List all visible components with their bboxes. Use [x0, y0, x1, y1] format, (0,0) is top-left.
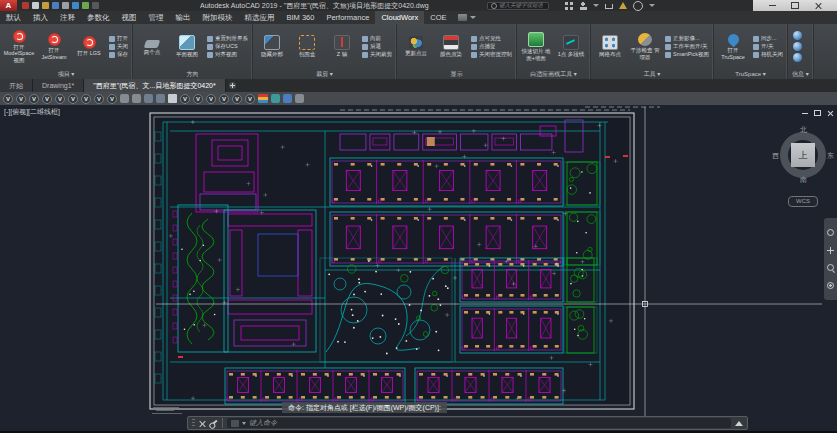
ribbon-tab-12[interactable]: COE	[424, 11, 452, 24]
toolbar-icon-7[interactable]: V	[94, 94, 104, 104]
doc-restore-icon[interactable]	[814, 110, 821, 116]
apps-icon[interactable]	[565, 2, 573, 10]
toolbar-icon-21[interactable]	[271, 94, 280, 103]
restore-icon[interactable]	[791, 2, 799, 9]
ribbon-small-button-6-1[interactable]: 开/关	[753, 43, 783, 50]
qat-dropdown-icon[interactable]	[92, 2, 99, 9]
help-search-field[interactable]: 键入关键字或短语	[487, 2, 549, 10]
info-sphere-icon[interactable]	[793, 31, 802, 40]
toolbar-icon-2[interactable]: V	[29, 94, 39, 104]
panel-label-1[interactable]: 方向	[133, 69, 252, 79]
help-dropdown-icon[interactable]	[649, 4, 655, 7]
media-tab-icon[interactable]	[458, 14, 467, 21]
command-customize-icon[interactable]	[210, 420, 217, 427]
toolbar-icon-0[interactable]: V	[3, 94, 13, 104]
undo-icon[interactable]	[72, 2, 79, 9]
ribbon-button-5-1[interactable]: 干涉检查 管理器	[628, 33, 662, 60]
file-tab-0[interactable]: 开始	[0, 79, 33, 92]
viewcube-south[interactable]: 南	[800, 175, 807, 185]
info-sphere-icon[interactable]	[793, 53, 802, 62]
ribbon-button-1-0[interactable]: 两个点	[135, 37, 169, 56]
panel-label-5[interactable]: 工具 ▾	[591, 69, 713, 79]
toolbar-icon-12[interactable]	[156, 94, 165, 103]
site-plan-drawing[interactable]	[0, 105, 837, 433]
ribbon-tab-1[interactable]: 插入	[27, 11, 54, 24]
viewcube-top-face[interactable]: 上	[791, 143, 815, 167]
pan-icon[interactable]	[827, 247, 834, 254]
ribbon-button-4-1[interactable]: 1点 多段线	[554, 35, 588, 58]
toolbar-icon-20[interactable]	[258, 94, 268, 103]
ribbon-small-button-3-2[interactable]: 关闭密度控制	[471, 51, 512, 58]
toolbar-icon-11[interactable]	[144, 94, 153, 103]
ribbon-small-button-6-2[interactable]: 相机关闭	[753, 51, 783, 58]
ribbon-small-button-1-0[interactable]: 重置到世界系	[207, 35, 248, 42]
toolbar-icon-3[interactable]: V	[42, 94, 52, 104]
doc-minimize-icon[interactable]	[802, 113, 808, 114]
steering-wheel-icon[interactable]	[827, 229, 834, 236]
ribbon-tab-4[interactable]: 视图	[116, 11, 143, 24]
new-file-icon[interactable]	[32, 2, 39, 9]
doc-close-icon[interactable]	[827, 110, 833, 116]
new-drawing-tab-button[interactable]	[226, 79, 239, 92]
recent-commands-icon[interactable]	[242, 422, 246, 425]
ribbon-button-5-0[interactable]: 网格布点	[593, 35, 627, 58]
ribbon-small-button-0-1[interactable]: 关闭	[109, 43, 128, 50]
ribbon-tab-10[interactable]: Performance	[320, 11, 375, 24]
toolbar-icon-22[interactable]	[283, 94, 292, 103]
ribbon-tab-9[interactable]: BIM 360	[281, 11, 321, 24]
zoom-icon[interactable]	[827, 264, 834, 271]
viewcube-north[interactable]: 北	[800, 125, 807, 135]
ribbon-tab-3[interactable]: 参数化	[81, 11, 116, 24]
ribbon-button-3-1[interactable]: 颜色渲染	[434, 35, 468, 58]
viewcube[interactable]: 上 北 南 西 东	[775, 127, 831, 183]
ribbon-small-button-0-2[interactable]: 保存	[109, 51, 128, 58]
open-file-icon[interactable]	[42, 2, 49, 9]
wcs-button[interactable]: WCS	[788, 196, 818, 207]
ribbon-button-0-1[interactable]: 打开 JetStream	[37, 33, 71, 60]
file-tab-1[interactable]: Drawing1*	[33, 79, 84, 92]
panel-label-0[interactable]: 项目 ▾	[0, 69, 132, 79]
toolbar-icon-16[interactable]: V	[206, 94, 216, 104]
toolbar-icon-14[interactable]: V	[180, 94, 190, 104]
redo-icon[interactable]	[82, 2, 89, 9]
ribbon-small-button-1-2[interactable]: 对齐视图	[207, 51, 248, 58]
ribbon-button-2-2[interactable]: Z 轴	[325, 35, 359, 58]
toolbar-icon-13[interactable]	[168, 94, 177, 103]
ribbon-small-button-3-0[interactable]: 点可见性	[471, 35, 512, 42]
toolbar-icon-4[interactable]: V	[55, 94, 65, 104]
ribbon-tab-8[interactable]: 精选应用	[239, 11, 281, 24]
toolbar-icon-1[interactable]: V	[16, 94, 26, 104]
ribbon-button-2-0[interactable]: 隐藏外部	[255, 35, 289, 58]
ribbon-small-button-2-2[interactable]: 关闭裁剪	[362, 51, 392, 58]
ribbon-small-button-5-1[interactable]: 工作平面开/关	[665, 43, 709, 50]
drawing-canvas[interactable]: [-][俯视][二维线框] 上 北 南 西 东 WCS 命令: 指定对角点或 […	[0, 105, 837, 433]
toolbar-icon-5[interactable]: V	[68, 94, 78, 104]
ribbon-small-button-5-2[interactable]: SmartPick视图	[665, 51, 709, 58]
toolbar-icon-8[interactable]: V	[107, 94, 117, 104]
save-icon[interactable]	[52, 2, 59, 9]
orbit-icon[interactable]	[827, 282, 834, 289]
ribbon-button-2-1[interactable]: 包围盒	[290, 35, 324, 58]
toolbar-icon-6[interactable]: V	[81, 94, 91, 104]
ribbon-tab-2[interactable]: 注释	[54, 11, 81, 24]
tab-overflow-caret-icon[interactable]	[470, 16, 476, 19]
panel-label-7[interactable]: 信息 ▾	[788, 69, 813, 79]
ribbon-button-0-2[interactable]: 打开 LGS	[72, 36, 106, 57]
panel-label-6[interactable]: TruSpace ▾	[714, 69, 787, 79]
toolbar-icon-23[interactable]	[295, 94, 304, 103]
viewcube-east[interactable]: 东	[827, 151, 834, 161]
command-bar-grip[interactable]	[192, 419, 195, 428]
toolbar-icon-19[interactable]: V	[245, 94, 255, 104]
ribbon-small-button-0-0[interactable]: 打开	[109, 35, 128, 42]
command-close-icon[interactable]	[199, 420, 206, 427]
ribbon-tab-0[interactable]: 默认	[0, 11, 27, 24]
ribbon-small-button-3-1[interactable]: 点捕捉	[471, 43, 512, 50]
ribbon-small-button-5-0[interactable]: 正射影像...	[665, 35, 709, 42]
toolbar-icon-18[interactable]: V	[232, 94, 242, 104]
ribbon-small-button-2-0[interactable]: 向前	[362, 35, 392, 42]
ribbon-tab-6[interactable]: 输出	[170, 11, 197, 24]
ribbon-tab-11[interactable]: CloudWorx	[375, 11, 424, 24]
viewcube-west[interactable]: 西	[772, 151, 779, 161]
alert-icon[interactable]	[619, 2, 627, 9]
store-cart-icon[interactable]	[605, 4, 613, 9]
